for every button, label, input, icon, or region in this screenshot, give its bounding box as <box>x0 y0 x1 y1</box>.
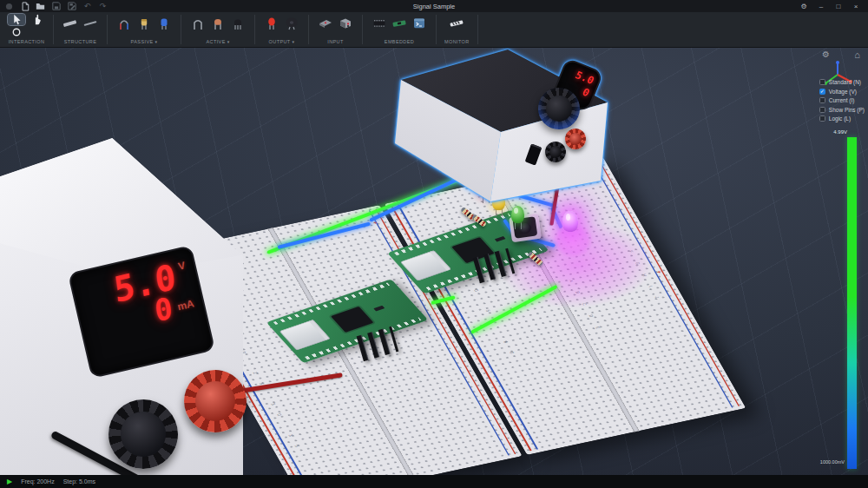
minimize-button[interactable]: – <box>814 1 828 11</box>
toolbar-group-interaction: INTERACTION <box>0 12 53 47</box>
voltage-scale-gradient <box>847 137 857 469</box>
toolbar-group-embedded: EMBEDDED <box>363 12 436 47</box>
dropdown-caret-icon: ▾ <box>155 39 157 44</box>
toolbar-group-label: MONITOR <box>444 39 470 44</box>
settings-gear-icon[interactable]: ⚙ <box>797 1 811 11</box>
voltage-unit: V <box>177 260 187 273</box>
toolbar-group-structure: STRUCTURE <box>54 12 107 47</box>
jack-cap <box>549 146 562 158</box>
wire-stick-icon[interactable] <box>82 14 99 33</box>
psu-terminal-black[interactable] <box>108 399 178 469</box>
option-logic[interactable]: Logic (L) <box>819 115 851 122</box>
jumper-icon[interactable] <box>189 14 207 33</box>
view-mode-options: Standard (N) ✓ Voltage (V) Current (I) S… <box>819 79 865 122</box>
cursor-tool-button[interactable] <box>8 14 25 25</box>
maximize-button[interactable]: □ <box>832 1 845 11</box>
option-voltage[interactable]: ✓ Voltage (V) <box>819 89 857 95</box>
smd-component <box>373 306 385 312</box>
breadboard-stick-icon[interactable] <box>62 14 79 33</box>
toolbar-group-passive: PASSIVE ▾ <box>108 12 181 47</box>
plus-mark: + <box>372 220 378 225</box>
jack-cap <box>569 133 582 145</box>
psu-terminal-red[interactable] <box>184 370 247 432</box>
mcu-chip <box>331 307 374 333</box>
play-icon[interactable]: ▶ <box>7 478 12 485</box>
knob-cap <box>546 96 573 122</box>
knob-cap <box>195 381 235 421</box>
checkbox[interactable] <box>819 115 825 122</box>
sim-frequency: Freq: 200Hz <box>21 478 55 485</box>
app-window: ↶ ↷ Signal Sample ⚙ – □ × INTERACTION <box>0 0 868 488</box>
resistor-icon[interactable] <box>135 14 153 33</box>
scene-settings-gear-icon[interactable]: ⚙ <box>822 49 830 59</box>
dropdown-caret-icon: ▾ <box>227 39 230 44</box>
view-options-panel: ⚙ ⌂ Standard (N) ✓ Voltage (V) <box>807 48 868 475</box>
diode-icon[interactable] <box>209 14 227 33</box>
voltage-scale-max: 4.99V <box>833 129 847 135</box>
logic-analyzer-icon[interactable] <box>448 14 465 33</box>
checkbox-checked[interactable]: ✓ <box>819 89 825 95</box>
toolbar-group-label: ACTIVE ▾ <box>206 39 229 44</box>
hand-tool-button[interactable] <box>28 14 45 25</box>
option-current[interactable]: Current (I) <box>819 97 855 103</box>
dropdown-caret-icon: ▾ <box>292 39 294 44</box>
voltage-scale-min: 1000.00mV <box>820 459 845 465</box>
buzzer-icon[interactable] <box>283 14 300 33</box>
dip-ic-icon[interactable] <box>371 14 388 33</box>
mcu-board-icon[interactable] <box>391 14 408 33</box>
toolbar-group-input: INPUT <box>309 12 362 47</box>
power-supply-right-selected[interactable]: 5.0 0 <box>391 48 618 216</box>
toolbar-group-active: ACTIVE ▾ <box>181 12 254 47</box>
psu-jack-black[interactable] <box>545 142 566 162</box>
toolbar-group-label: PASSIVE ▾ <box>131 39 158 44</box>
home-view-icon[interactable]: ⌂ <box>854 49 860 60</box>
toolbar-group-monitor: MONITOR <box>437 12 477 47</box>
scene-viewport[interactable]: 15 20 25 30 35 + − 45 50 55 60 A B C D E… <box>0 48 868 475</box>
toolbar-separator <box>477 15 478 44</box>
checkbox[interactable] <box>819 107 825 113</box>
component-toolbar: INTERACTION STRUCTURE PASSIV <box>0 12 868 48</box>
psu-jack-red[interactable] <box>565 129 586 149</box>
toolbar-group-label: STRUCTURE <box>64 39 97 44</box>
psu-knob[interactable] <box>538 88 580 129</box>
usb-connector <box>400 250 451 280</box>
toolbar-group-label: INPUT <box>327 39 344 44</box>
capacitor-icon[interactable] <box>155 14 173 33</box>
keypad-module-icon[interactable] <box>317 14 334 33</box>
toolbar-group-label: INTERACTION <box>9 39 45 44</box>
window-controls: ⚙ – □ × <box>797 1 868 11</box>
simulation-statusbar: ▶ Freq: 200Hz Step: 5.0ms <box>0 475 868 488</box>
titlebar: ↶ ↷ Signal Sample ⚙ – □ × <box>0 0 868 12</box>
inductor-icon[interactable] <box>115 14 133 33</box>
current-readout: 0 <box>580 86 591 100</box>
current-unit: mA <box>176 297 195 313</box>
knob-cap <box>121 412 165 456</box>
power-supply-icon[interactable] <box>337 14 354 33</box>
probe-circle-tool-button[interactable] <box>8 26 25 37</box>
window-title: Signal Sample <box>0 3 868 10</box>
toolbar-group-label: OUTPUT ▾ <box>269 39 295 44</box>
transistor-icon[interactable] <box>229 14 247 33</box>
usb-connector <box>279 320 331 350</box>
checkbox[interactable] <box>819 79 825 85</box>
smd-component <box>495 236 506 242</box>
close-button[interactable]: × <box>849 1 863 11</box>
terminal-icon[interactable] <box>411 14 428 33</box>
option-show-pins[interactable]: Show Pins (P) <box>819 107 865 113</box>
toolbar-group-output: OUTPUT ▾ <box>255 12 308 47</box>
voltage-readout: 5.0 <box>573 69 596 87</box>
checkbox[interactable] <box>819 97 825 103</box>
led-icon[interactable] <box>263 14 280 33</box>
option-standard[interactable]: Standard (N) <box>819 79 861 85</box>
sim-step: Step: 5.0ms <box>63 478 95 485</box>
toolbar-group-label: EMBEDDED <box>385 39 414 44</box>
